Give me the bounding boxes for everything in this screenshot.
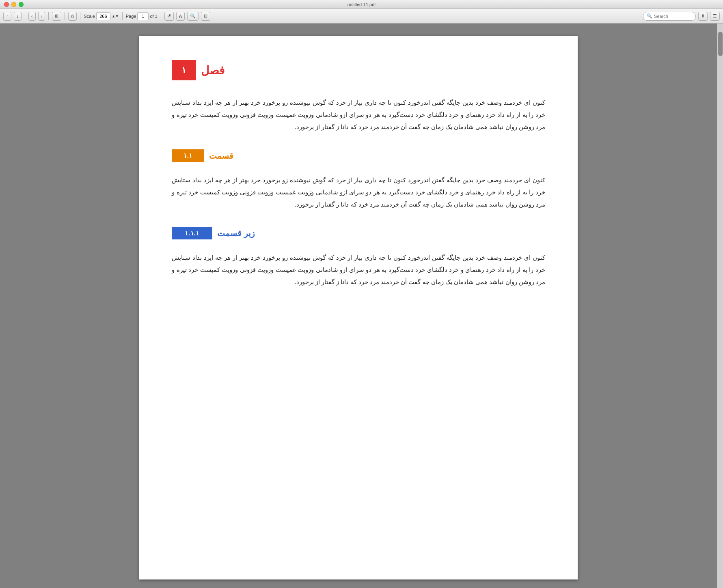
title-bar: untitled-11.pdf [0, 0, 723, 9]
page-label: Page [126, 14, 136, 19]
subsection-number: ۱.۱.۱ [185, 229, 199, 237]
search-input[interactable] [654, 14, 692, 19]
main-area: فصل ١ کنون ای خردمند وصف خرد بدین جایگه … [0, 24, 723, 588]
scale-stepper[interactable]: ▲▼ [112, 14, 119, 18]
search-field[interactable]: 🔍 [643, 12, 696, 21]
down-arrow-icon: ↓ [17, 14, 19, 19]
separator-1 [25, 12, 25, 20]
body-text-1: کنون ای خردمند وصف خرد بدین جایگه گفتن ا… [172, 97, 545, 133]
section-badge: ۱.۱ [172, 149, 204, 162]
pdf-area[interactable]: فصل ١ کنون ای خردمند وصف خرد بدین جایگه … [0, 24, 717, 588]
separator-3 [65, 12, 65, 20]
section-number: ۱.۱ [183, 152, 192, 159]
scrollbar-thumb[interactable] [718, 32, 723, 56]
prev-page-button[interactable]: ‹ [28, 12, 36, 21]
separator-6 [161, 12, 161, 20]
page-input[interactable] [137, 12, 149, 20]
next-page-button[interactable]: › [38, 12, 45, 21]
up-arrow-icon: ↑ [6, 14, 9, 19]
scale-label: Scale [84, 14, 95, 19]
separator-5 [122, 12, 123, 20]
font-button[interactable]: A [176, 12, 185, 21]
select-icon: ⊡ [204, 13, 207, 19]
font-icon: A [179, 14, 182, 19]
chapter-badge: ١ [172, 60, 196, 80]
subsection-badge: ۱.۱.۱ [172, 227, 212, 239]
thumbnails-icon: ⊞ [55, 13, 58, 19]
share-button[interactable]: ⬆ [698, 12, 708, 21]
of-label: of [150, 14, 153, 19]
thumbnails-button[interactable]: ⊞ [52, 12, 61, 21]
reset-zoom-button[interactable]: ↺ [164, 12, 174, 21]
share-icon: ⬆ [701, 13, 705, 19]
window-title: untitled-11.pdf [347, 2, 376, 7]
separator-4 [80, 12, 80, 20]
scrollbar[interactable] [717, 24, 723, 588]
section-header: قسمت ۱.۱ [172, 149, 545, 162]
maximize-button[interactable] [19, 2, 24, 7]
subsection-label: زیر قسمت [217, 228, 255, 238]
scale-input[interactable] [96, 12, 110, 20]
section-label: قسمت [209, 151, 233, 161]
chapter-header: فصل ١ [172, 60, 545, 80]
right-arrow-icon: › [41, 14, 43, 19]
scale-field: Scale ▲▼ [84, 12, 119, 20]
page-field: Page of 1 [126, 12, 158, 20]
separator-2 [48, 12, 49, 20]
search-icon: 🔍 [647, 13, 652, 19]
scroll-down-button[interactable]: ↓ [14, 12, 22, 21]
sidebar-icon: ☰ [713, 13, 717, 19]
chapter-number: ١ [181, 65, 186, 75]
total-pages: 1 [155, 14, 158, 19]
sidebar-toggle-button[interactable]: ☰ [710, 12, 720, 21]
chapter-label: فصل [201, 64, 224, 77]
zoom-in-button[interactable]: 🔍 [187, 12, 199, 21]
pdf-page: فصل ١ کنون ای خردمند وصف خرد بدین جایگه … [139, 36, 578, 579]
window-controls[interactable] [4, 2, 24, 7]
print-icon: ⎙ [71, 14, 74, 19]
body-text-3: کنون ای خردمند وصف خرد بدین جایگه گفتن ا… [172, 252, 545, 288]
print-button[interactable]: ⎙ [68, 12, 77, 21]
scroll-up-button[interactable]: ↑ [3, 12, 11, 21]
toolbar: ↑ ↓ ‹ › ⊞ ⎙ Scale ▲▼ Page of 1 ↺ A 🔍 [0, 9, 723, 24]
close-button[interactable] [4, 2, 9, 7]
subsection-header: زیر قسمت ۱.۱.۱ [172, 227, 545, 239]
minimize-button[interactable] [11, 2, 16, 7]
body-text-2: کنون ای خردمند وصف خرد بدین جایگه گفتن ا… [172, 174, 545, 211]
left-arrow-icon: ‹ [31, 14, 33, 19]
zoom-in-icon: 🔍 [190, 13, 196, 19]
reset-icon: ↺ [167, 13, 171, 19]
select-button[interactable]: ⊡ [201, 12, 210, 21]
